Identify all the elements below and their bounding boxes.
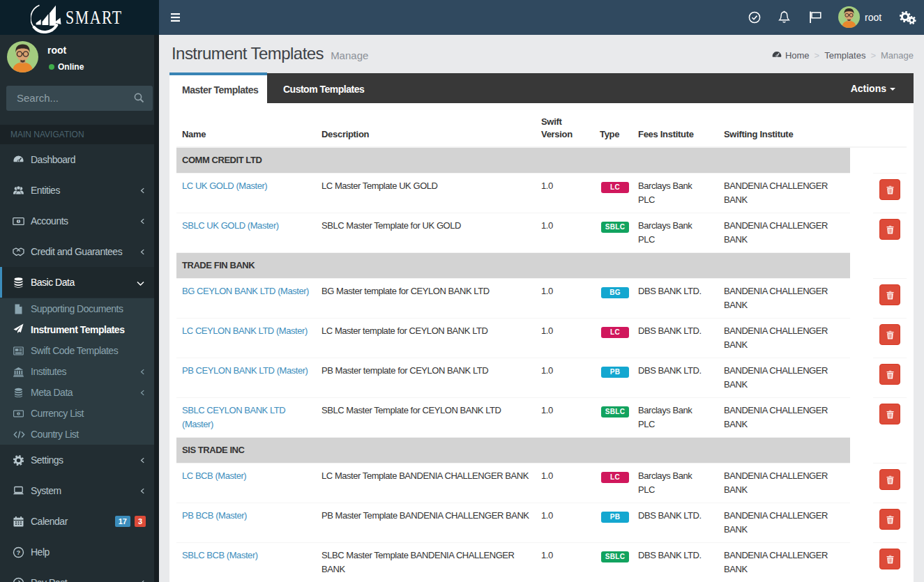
svg-text:?: ? xyxy=(17,549,21,556)
